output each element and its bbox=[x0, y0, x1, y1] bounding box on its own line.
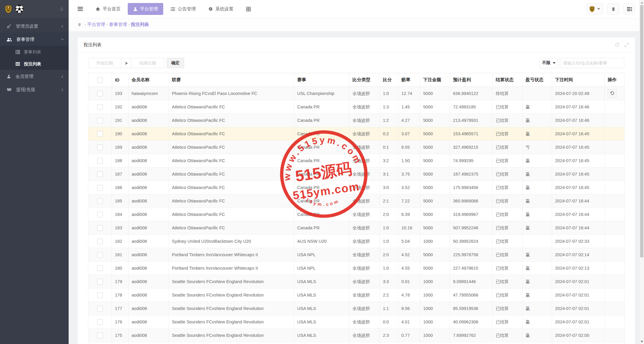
breadcrumb-link[interactable]: 平台管理 bbox=[87, 22, 105, 27]
sidebar-item-match-list[interactable]: 赛事列表 bbox=[0, 46, 69, 58]
cell-expected-profit: 360.9966066 bbox=[450, 194, 493, 208]
sidebar-item-admin[interactable]: 管理员设置 bbox=[0, 20, 69, 33]
resettle-button[interactable] bbox=[608, 89, 617, 98]
cell-select bbox=[88, 181, 112, 194]
nav-item-notice[interactable]: 公告管理 bbox=[165, 3, 201, 15]
cell-score-type: 全场波胆 bbox=[349, 342, 380, 344]
cell-odds: 0.70 bbox=[398, 342, 420, 344]
row-checkbox[interactable] bbox=[97, 185, 103, 191]
cell-select bbox=[88, 248, 112, 262]
cell-id: 174 bbox=[112, 342, 129, 344]
start-date-input[interactable] bbox=[88, 58, 121, 68]
breadcrumb-link[interactable]: 投注列表 bbox=[131, 22, 149, 27]
cell-bet-time: 2024-07-07 16:45 bbox=[552, 154, 605, 168]
row-checkbox[interactable] bbox=[97, 252, 103, 258]
cell-score: 3:1 bbox=[380, 168, 398, 181]
cell-event: USA MLS bbox=[294, 302, 349, 315]
row-checkbox[interactable] bbox=[97, 145, 103, 150]
nav-item-platform[interactable]: 平台管理 bbox=[128, 3, 163, 15]
breadcrumb-separator: › bbox=[84, 22, 87, 27]
row-checkbox[interactable] bbox=[97, 319, 103, 325]
cell-league-teams: Atletico OttawavsPacific FC bbox=[169, 168, 294, 181]
date-range-arrow-button[interactable]: > bbox=[121, 58, 131, 68]
scope-dropdown[interactable]: 不限 bbox=[540, 58, 558, 68]
row-checkbox[interactable] bbox=[97, 118, 103, 123]
row-checkbox[interactable] bbox=[97, 212, 103, 217]
breadcrumb-separator: › bbox=[105, 22, 109, 27]
row-checkbox[interactable] bbox=[97, 131, 103, 137]
nav-item-home[interactable]: 平台首页 bbox=[90, 3, 126, 15]
cell-event: Canada PR bbox=[294, 114, 349, 127]
cell-expected-profit: 74.999295 bbox=[450, 154, 493, 168]
main-nav: 平台首页平台管理公告管理系统设置 bbox=[90, 0, 256, 18]
column-header: 会员名称 bbox=[129, 73, 169, 87]
row-checkbox[interactable] bbox=[97, 292, 103, 298]
scrollbar-thumb[interactable] bbox=[640, 5, 643, 257]
row-checkbox[interactable] bbox=[97, 279, 103, 285]
cell-bet-time: 2024-07-07 02:01 bbox=[552, 275, 605, 288]
menu-toggle-icon[interactable] bbox=[78, 7, 83, 11]
water-drop-icon[interactable] bbox=[59, 6, 64, 12]
fullscreen-icon[interactable] bbox=[624, 42, 629, 47]
th-list-icon bbox=[16, 50, 20, 54]
cell-settle-status: 已结算 bbox=[493, 141, 523, 154]
sidebar-item-finance[interactable]: ₩提现/充值 bbox=[0, 83, 69, 96]
nav-item-apps[interactable] bbox=[241, 3, 256, 15]
row-checkbox[interactable] bbox=[97, 225, 103, 231]
cell-actions bbox=[605, 235, 625, 248]
row-checkbox[interactable] bbox=[97, 333, 103, 338]
cell-bet-amount: 5000 bbox=[420, 100, 450, 114]
sidebar-item-member[interactable]: 会员管理 bbox=[0, 70, 69, 83]
row-checkbox[interactable] bbox=[97, 306, 103, 311]
cell-odds: 4.55 bbox=[398, 262, 420, 275]
nav-item-system[interactable]: 系统设置 bbox=[203, 3, 239, 15]
row-checkbox[interactable] bbox=[97, 91, 103, 96]
cell-expected-profit: 227.4978615 bbox=[450, 262, 493, 275]
search-input[interactable] bbox=[560, 58, 624, 68]
cell-score: 3:0 bbox=[380, 181, 398, 194]
breadcrumb-link[interactable]: 赛事管理 bbox=[109, 22, 127, 27]
cell-event: AUS NSW U20 bbox=[294, 235, 349, 248]
sidebar-item-bet-list[interactable]: 投注列表 bbox=[0, 58, 69, 70]
table-row: 191aodi008Atletico OttawavsPacific FCCan… bbox=[88, 114, 625, 127]
row-checkbox[interactable] bbox=[97, 239, 103, 244]
cell-score: 1:0 bbox=[380, 235, 398, 248]
cell-score: 2:1 bbox=[380, 194, 398, 208]
cell-actions bbox=[605, 87, 625, 100]
cell-expected-profit: 225.9978756 bbox=[450, 248, 493, 262]
scroll-up-arrow-icon[interactable] bbox=[641, 2, 643, 4]
cell-actions bbox=[605, 154, 625, 168]
cell-settle-status: 已结算 bbox=[493, 288, 523, 302]
refresh-icon[interactable] bbox=[615, 42, 620, 47]
row-checkbox[interactable] bbox=[97, 104, 103, 110]
row-checkbox[interactable] bbox=[97, 158, 103, 164]
cell-odds: 3.75 bbox=[398, 168, 420, 181]
vertical-scrollbar[interactable] bbox=[639, 0, 644, 344]
scroll-down-arrow-icon[interactable] bbox=[641, 341, 643, 343]
cell-expected-profit: 6.9999342 bbox=[450, 342, 493, 344]
clear-cache-button[interactable] bbox=[608, 4, 619, 14]
cell-win-loss: 赢 bbox=[523, 127, 552, 141]
row-checkbox[interactable] bbox=[97, 198, 103, 204]
cell-odds: 0.91 bbox=[398, 275, 420, 288]
cell-event: Canada PR bbox=[294, 100, 349, 114]
avatar-button[interactable] bbox=[587, 4, 603, 14]
end-date-input[interactable] bbox=[131, 58, 164, 68]
layout-button[interactable] bbox=[624, 4, 635, 14]
row-checkbox[interactable] bbox=[97, 265, 103, 271]
cell-league-teams: Atletico OttawavsPacific FC bbox=[169, 194, 294, 208]
confirm-button[interactable]: 确定 bbox=[167, 58, 184, 68]
select-all-checkbox[interactable] bbox=[97, 77, 103, 83]
cell-score-type: 全场波胆 bbox=[349, 154, 380, 168]
sidebar-item-match[interactable]: 赛事管理 bbox=[0, 33, 69, 46]
cell-bet-time: 2024-07-07 02:01 bbox=[552, 288, 605, 302]
cell-score: 1:0 bbox=[380, 221, 398, 235]
cell-settle-status: 已结算 bbox=[493, 154, 523, 168]
cell-score: 3:3 bbox=[380, 275, 398, 288]
row-checkbox[interactable] bbox=[97, 171, 103, 177]
cell-odds: 6.55 bbox=[398, 141, 420, 154]
cell-score-type: 全场波胆 bbox=[349, 248, 380, 262]
caret-down-icon bbox=[597, 8, 600, 10]
card-body: > 确定 不限 ID会员名称联赛赛事比分类型比分赔率下注金额预计盈利结算状态盈亏… bbox=[78, 53, 635, 344]
cell-select bbox=[88, 329, 112, 342]
